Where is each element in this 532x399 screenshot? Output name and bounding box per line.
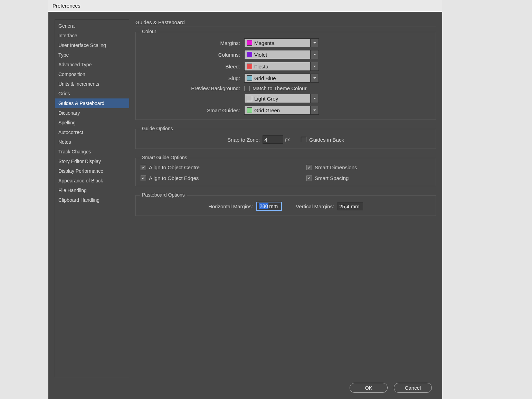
checkbox-label: Align to Object Edges bbox=[149, 175, 199, 181]
unit-px: px bbox=[285, 137, 290, 142]
select-value: Light Grey bbox=[254, 96, 310, 102]
swatch-icon bbox=[247, 52, 252, 57]
select-bleed-colour[interactable]: Fiesta bbox=[244, 62, 319, 71]
sidebar-item-clipboard-handling[interactable]: Clipboard Handling bbox=[55, 195, 129, 205]
checkbox-box-icon bbox=[306, 175, 312, 181]
label-columns: Columns: bbox=[141, 52, 244, 58]
checkbox-label: Guides in Back bbox=[309, 137, 344, 143]
sidebar-item-grids[interactable]: Grids bbox=[55, 89, 129, 98]
window-title: Preferences bbox=[53, 3, 80, 9]
checkbox-match-theme-colour[interactable]: Match to Theme Colour bbox=[244, 85, 306, 91]
sidebar-item-units-increments[interactable]: Units & Increments bbox=[55, 79, 129, 89]
group-colour-legend: Colour bbox=[140, 29, 158, 34]
swatch-icon bbox=[247, 107, 252, 113]
label-preview-bg: Preview Background: bbox=[141, 85, 244, 91]
dialog-body: GeneralInterfaceUser Interface ScalingTy… bbox=[48, 12, 442, 399]
checkbox-box-icon bbox=[244, 86, 250, 91]
checkbox-guides-in-back[interactable]: Guides in Back bbox=[301, 137, 344, 143]
label-smart-guides: Smart Guides: bbox=[141, 107, 244, 113]
checkbox-box-icon bbox=[306, 165, 312, 170]
checkbox-label: Match to Theme Colour bbox=[253, 85, 306, 91]
select-value: Magenta bbox=[254, 40, 310, 46]
input-horizontal-margins[interactable]: 280mm bbox=[256, 202, 282, 211]
checkbox-smart-dimensions[interactable]: Smart Dimensions bbox=[306, 164, 431, 170]
sidebar-item-story-editor-display[interactable]: Story Editor Display bbox=[55, 156, 129, 166]
select-value: Violet bbox=[254, 52, 310, 58]
select-value: Grid Blue bbox=[254, 75, 310, 81]
input-value: 280 bbox=[259, 203, 268, 209]
chevron-down-icon bbox=[310, 94, 319, 103]
titlebar: Preferences bbox=[48, 0, 442, 12]
chevron-down-icon bbox=[310, 74, 319, 82]
page-title: Guides & Pasteboard bbox=[135, 19, 436, 27]
select-value: Grid Green bbox=[254, 107, 310, 113]
chevron-down-icon bbox=[310, 50, 319, 59]
chevron-down-icon bbox=[310, 62, 319, 70]
sidebar-item-autocorrect[interactable]: Autocorrect bbox=[55, 127, 129, 137]
group-pasteboard-options-legend: Pasteboard Options bbox=[140, 192, 187, 198]
ok-button[interactable]: OK bbox=[350, 383, 388, 393]
select-preview-bg-colour[interactable]: Light Grey bbox=[244, 94, 319, 103]
group-guide-options-legend: Guide Options bbox=[140, 126, 175, 131]
label-slug: Slug: bbox=[141, 75, 244, 81]
swatch-icon bbox=[247, 75, 252, 81]
group-smart-guide-options-legend: Smart Guide Options bbox=[140, 155, 189, 160]
sidebar-item-type[interactable]: Type bbox=[55, 50, 129, 60]
checkbox-box-icon bbox=[141, 165, 146, 170]
sidebar-item-composition[interactable]: Composition bbox=[55, 69, 129, 79]
label-bleed: Bleed: bbox=[141, 64, 244, 69]
group-colour: Colour Margins: Magenta Columns: bbox=[135, 32, 436, 120]
sidebar-item-dictionary[interactable]: Dictionary bbox=[55, 108, 129, 118]
main-panel: Guides & Pasteboard Colour Margins: Mage… bbox=[129, 19, 436, 377]
upper-region: GeneralInterfaceUser Interface ScalingTy… bbox=[55, 19, 436, 377]
unit-mm: mm bbox=[269, 203, 278, 209]
sidebar-item-appearance-of-black[interactable]: Appearance of Black bbox=[55, 176, 129, 186]
group-guide-options: Guide Options Snap to Zone: px Guides in… bbox=[135, 129, 436, 149]
swatch-icon bbox=[247, 96, 252, 101]
select-slug-colour[interactable]: Grid Blue bbox=[244, 74, 319, 83]
label-vertical-margins: Vertical Margins: bbox=[296, 203, 334, 209]
sidebar-item-display-performance[interactable]: Display Performance bbox=[55, 166, 129, 176]
label-horizontal-margins: Horizontal Margins: bbox=[208, 203, 253, 209]
chevron-down-icon bbox=[310, 39, 319, 47]
sidebar-item-track-changes[interactable]: Track Changes bbox=[55, 147, 129, 156]
checkbox-align-object-edges[interactable]: Align to Object Edges bbox=[141, 175, 265, 181]
input-snap-to-zone[interactable] bbox=[263, 135, 283, 144]
chevron-down-icon bbox=[310, 106, 319, 114]
sidebar-item-guides-pasteboard[interactable]: Guides & Pasteboard bbox=[55, 98, 129, 108]
select-columns-colour[interactable]: Violet bbox=[244, 50, 319, 59]
preferences-dialog: Preferences GeneralInterfaceUser Interfa… bbox=[48, 0, 442, 399]
sidebar: GeneralInterfaceUser Interface ScalingTy… bbox=[55, 19, 129, 377]
checkbox-smart-spacing[interactable]: Smart Spacing bbox=[306, 175, 431, 181]
sidebar-item-general[interactable]: General bbox=[55, 21, 129, 31]
sidebar-item-interface[interactable]: Interface bbox=[55, 31, 129, 40]
select-value: Fiesta bbox=[254, 64, 310, 69]
checkbox-box-icon bbox=[141, 175, 146, 181]
checkbox-align-object-centre[interactable]: Align to Object Centre bbox=[141, 164, 265, 170]
sidebar-item-notes[interactable]: Notes bbox=[55, 137, 129, 147]
checkbox-label: Smart Dimensions bbox=[315, 164, 357, 170]
dialog-footer: OK Cancel bbox=[55, 377, 436, 393]
label-snap-to-zone: Snap to Zone: bbox=[227, 137, 260, 143]
input-vertical-margins[interactable] bbox=[338, 202, 363, 210]
select-smart-guides-colour[interactable]: Grid Green bbox=[244, 106, 319, 115]
select-margins-colour[interactable]: Magenta bbox=[244, 38, 319, 47]
sidebar-item-file-handling[interactable]: File Handling bbox=[55, 186, 129, 195]
checkbox-box-icon bbox=[301, 137, 306, 142]
cancel-button[interactable]: Cancel bbox=[394, 383, 432, 393]
sidebar-item-spelling[interactable]: Spelling bbox=[55, 118, 129, 127]
swatch-icon bbox=[247, 64, 252, 69]
sidebar-item-advanced-type[interactable]: Advanced Type bbox=[55, 60, 129, 69]
swatch-icon bbox=[247, 40, 252, 46]
label-margins: Margins: bbox=[141, 40, 244, 46]
sidebar-item-user-interface-scaling[interactable]: User Interface Scaling bbox=[55, 40, 129, 50]
checkbox-label: Align to Object Centre bbox=[149, 164, 200, 170]
checkbox-label: Smart Spacing bbox=[315, 175, 349, 181]
group-pasteboard-options: Pasteboard Options Horizontal Margins: 2… bbox=[135, 195, 436, 216]
group-smart-guide-options: Smart Guide Options Align to Object Cent… bbox=[135, 158, 436, 186]
